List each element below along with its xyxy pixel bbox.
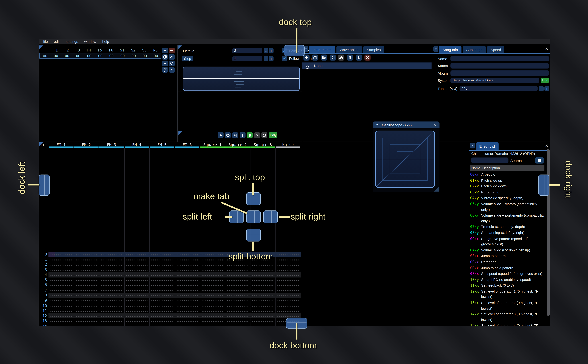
effect-list-menu-button[interactable] xyxy=(535,157,544,163)
resize-grip[interactable] xyxy=(434,187,439,192)
pattern-cell[interactable] xyxy=(201,308,224,313)
pattern-cell[interactable] xyxy=(251,288,274,293)
instrument-duplicate-button[interactable] xyxy=(312,55,318,61)
pattern-cell[interactable] xyxy=(176,277,198,283)
scrollbar[interactable] xyxy=(547,149,550,316)
instrument-x-button[interactable] xyxy=(364,55,370,61)
pattern-cell[interactable] xyxy=(100,324,123,326)
pattern-cell[interactable] xyxy=(176,293,198,298)
pattern-cell[interactable] xyxy=(251,277,274,283)
pattern-cell[interactable] xyxy=(125,282,148,288)
pattern-cell[interactable] xyxy=(201,272,224,277)
pattern-cell[interactable] xyxy=(100,318,123,324)
name-input[interactable] xyxy=(450,56,549,61)
pattern-cell[interactable] xyxy=(50,313,72,318)
pattern-cell[interactable] xyxy=(277,262,299,267)
split-right-target[interactable] xyxy=(263,210,278,223)
pattern-cell[interactable] xyxy=(277,282,299,288)
orders-plus-button[interactable] xyxy=(162,48,168,53)
pattern-cell[interactable] xyxy=(277,277,299,283)
pattern-cell[interactable] xyxy=(100,272,123,277)
pattern-cell[interactable] xyxy=(100,293,123,298)
pattern-cell[interactable] xyxy=(201,293,224,298)
pattern-cell[interactable] xyxy=(176,324,198,326)
pattern-cell[interactable] xyxy=(50,293,72,298)
pattern-cell[interactable] xyxy=(125,303,148,308)
pattern-cell[interactable] xyxy=(151,298,173,303)
dock-left-target[interactable] xyxy=(39,175,50,196)
order-cell[interactable]: 00 xyxy=(50,54,61,58)
pattern-cell[interactable] xyxy=(125,272,148,277)
pattern-cell[interactable] xyxy=(100,313,123,318)
pattern-cell[interactable] xyxy=(277,252,299,257)
effect-row[interactable]: 02xxPitch slide down xyxy=(470,184,546,189)
close-icon[interactable]: × xyxy=(545,47,548,51)
instrument-arrow-down-button[interactable] xyxy=(356,55,362,61)
pattern-cell[interactable] xyxy=(100,288,123,293)
pattern-cell[interactable] xyxy=(100,262,123,267)
pattern-row[interactable]: 9 xyxy=(39,298,469,303)
effect-row[interactable]: 0CxxRetrigger xyxy=(470,259,546,265)
pattern-cell[interactable] xyxy=(75,267,97,272)
pattern-cell[interactable] xyxy=(75,298,97,303)
instrument-save-button[interactable] xyxy=(330,55,336,61)
step-minus-button[interactable]: - xyxy=(264,56,268,61)
pattern-cell[interactable] xyxy=(251,272,274,277)
pattern-cell[interactable] xyxy=(277,308,299,313)
order-cell[interactable]: 00 xyxy=(106,54,117,58)
pattern-cell[interactable] xyxy=(277,288,299,293)
tab-instruments[interactable]: Instruments xyxy=(309,46,335,53)
pattern-cell[interactable] xyxy=(201,298,224,303)
pattern-cell[interactable] xyxy=(251,303,274,308)
oscilloscope-titlebar[interactable]: ▼ Oscilloscope (X-Y) × xyxy=(373,122,440,128)
pattern-cell[interactable] xyxy=(151,288,173,293)
order-cell[interactable]: 00 xyxy=(117,54,128,58)
instrument-plus-button[interactable] xyxy=(304,55,310,61)
follow-pattern-checkbox[interactable]: ✓ xyxy=(282,56,287,61)
effect-row[interactable]: 09xxSet groove pattern (speed 1 if no gr… xyxy=(470,236,546,247)
dock-top-target[interactable] xyxy=(284,45,304,56)
pattern-cell[interactable] xyxy=(50,272,72,277)
orders-chevron-down-button[interactable] xyxy=(162,60,168,66)
pattern-cell[interactable] xyxy=(75,252,97,257)
pattern-cell[interactable] xyxy=(201,288,224,293)
pattern-row[interactable]: 3 xyxy=(39,267,469,272)
pattern-cell[interactable] xyxy=(226,277,249,283)
pattern-cell[interactable] xyxy=(251,308,274,313)
effect-row[interactable]: 10xySetup LFO (x: enable; y: speed) xyxy=(470,277,546,283)
orders-chevron-double-down-button[interactable] xyxy=(169,60,175,66)
pattern-cell[interactable] xyxy=(75,303,97,308)
effect-row[interactable]: 00xyArpeggio xyxy=(470,172,546,177)
instrument-arrow-up-button[interactable] xyxy=(347,55,353,61)
menu-window[interactable]: window xyxy=(81,39,99,43)
orders-cursor-button[interactable] xyxy=(169,67,175,73)
tab-samples[interactable]: Samples xyxy=(363,46,384,53)
step-down-button[interactable] xyxy=(240,132,245,138)
effect-row[interactable]: 0BxxJump to pattern xyxy=(470,253,546,259)
tuning-plus-button[interactable]: + xyxy=(544,86,549,91)
pattern-cell[interactable] xyxy=(50,282,72,288)
octave-input[interactable]: 3 xyxy=(232,48,262,53)
pattern-cell[interactable] xyxy=(50,298,72,303)
pattern-cell[interactable] xyxy=(226,262,249,267)
effect-row[interactable]: 0DxxJump to next pattern xyxy=(470,265,546,271)
tab-wavetables[interactable]: Wavetables xyxy=(336,46,362,53)
pattern-cell[interactable] xyxy=(277,303,299,308)
tab-song-info[interactable]: Song Info xyxy=(439,46,461,53)
pattern-cell[interactable] xyxy=(75,257,97,262)
pattern-cell[interactable] xyxy=(176,318,198,324)
close-icon[interactable]: × xyxy=(433,123,436,127)
pattern-cell[interactable] xyxy=(50,262,72,267)
pattern-cell[interactable] xyxy=(226,298,249,303)
pattern-cell[interactable] xyxy=(201,313,224,318)
split-bottom-target[interactable] xyxy=(246,229,261,242)
author-input[interactable] xyxy=(450,63,549,69)
pattern-cell[interactable] xyxy=(251,293,274,298)
pattern-cell[interactable] xyxy=(50,257,72,262)
pattern-cell[interactable] xyxy=(251,282,274,288)
metronome-button[interactable] xyxy=(254,132,260,138)
order-cell[interactable]: 00 xyxy=(95,54,106,58)
pattern-cell[interactable] xyxy=(151,282,173,288)
pattern-cell[interactable] xyxy=(201,282,224,288)
pattern-cell[interactable] xyxy=(125,252,148,257)
